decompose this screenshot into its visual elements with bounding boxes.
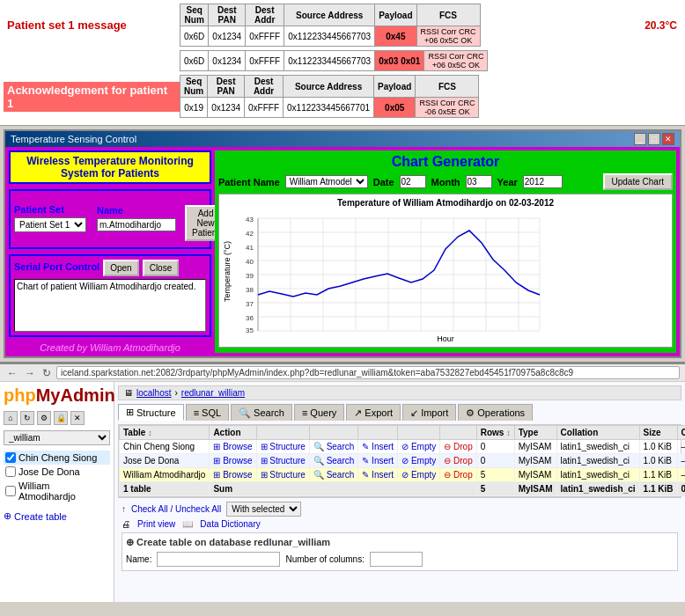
tab-export[interactable]: ↗ Export (346, 404, 401, 421)
query-icon: ≡ (302, 407, 307, 418)
data-dict-link[interactable]: Data Dictionary (200, 519, 260, 529)
row-jose-collation: latin1_swedish_ci (556, 454, 639, 468)
refresh-db-icon[interactable]: ↻ (20, 411, 34, 425)
tab-operations[interactable]: ⚙ Operations (458, 404, 533, 421)
row-jose-drop[interactable]: ⊖ Drop (440, 454, 476, 468)
table-name-input[interactable] (157, 552, 280, 567)
msg1-ext-addr: 0xFFFF (246, 51, 284, 71)
msg1-extra-row: 0x6D 0x1234 0xFFFF 0x112233445667703 0x0… (180, 50, 681, 71)
database-select[interactable]: _william (4, 430, 110, 445)
tab-sql[interactable]: ≡ SQL (186, 404, 229, 421)
row-chin-insert[interactable]: ✎ Insert (358, 440, 398, 454)
row-jose-name: Jose De Dona (120, 454, 210, 468)
row-william-name: William Atmodihardjo (120, 468, 210, 482)
import-icon: ↙ (410, 407, 418, 419)
server-link[interactable]: localhost (136, 388, 171, 398)
row-chin-drop[interactable]: ⊖ Drop (440, 440, 476, 454)
back-button[interactable]: ← (5, 367, 19, 379)
sidebar-item-william-atmodihardjo[interactable]: William Atmodihardjo (4, 479, 110, 503)
name-input[interactable] (97, 218, 176, 231)
log-box: Chart of patient William Atmodihardjo cr… (14, 279, 206, 332)
row-jose-browse[interactable]: ⊞ Browse (210, 454, 256, 468)
pma-body: phpMyAdmin ⌂ ↻ ⚙ 🔒 ✕ _william Chin Cheng… (0, 382, 685, 602)
svg-text:37: 37 (246, 300, 254, 308)
william-atmodihardjo-checkbox[interactable] (5, 486, 16, 496)
svg-text:36: 36 (246, 314, 254, 322)
exit-icon[interactable]: ✕ (70, 411, 85, 425)
year-input[interactable] (523, 175, 563, 188)
num-cols-label: Number of columns: (285, 554, 364, 564)
row-william-search[interactable]: 🔍 Search (309, 468, 357, 482)
month-input[interactable] (466, 175, 492, 188)
serial-port-section: Serial Port Control Open Close Chart of … (9, 254, 211, 337)
row-jose-size: 1.0 KiB (639, 454, 677, 468)
x-axis-label: Hour (223, 334, 668, 343)
system-title: Wireless Temperature Monitoring System f… (9, 150, 211, 184)
operations-icon: ⚙ (466, 407, 475, 419)
patient-set-select[interactable]: Patient Set 1 Patient Set 2 (14, 217, 86, 232)
jose-de-dona-checkbox[interactable] (5, 466, 16, 477)
row-jose-empty[interactable]: ⊘ Empty (398, 454, 440, 468)
tab-import[interactable]: ↙ Import (402, 404, 456, 421)
left-panel: Wireless Temperature Monitoring System f… (9, 150, 211, 353)
create-table-db-icon: ⊕ (126, 537, 134, 547)
table-row-highlight: William Atmodihardjo ⊞ Browse ⊞ Structur… (120, 468, 686, 482)
sum-collation: latin1_swedish_ci (556, 482, 639, 496)
row-chin-structure[interactable]: ⊞ Structure (256, 440, 309, 454)
row-william-browse[interactable]: ⊞ Browse (210, 468, 256, 482)
lock-icon[interactable]: 🔒 (54, 411, 68, 425)
row-chin-empty[interactable]: ⊘ Empty (398, 440, 440, 454)
sidebar-item-chin-cheng-siong[interactable]: Chin Cheng Siong (4, 451, 110, 465)
print-view-link[interactable]: Print view (137, 519, 175, 529)
ack-col-payload: Payload (374, 76, 416, 98)
update-chart-button[interactable]: Update Chart (603, 173, 673, 190)
row-jose-insert[interactable]: ✎ Insert (358, 454, 398, 468)
import-label: Import (421, 407, 448, 418)
row-jose-overhead: — (677, 454, 685, 468)
jose-de-dona-label: Jose De Dona (18, 466, 80, 477)
close-button[interactable]: ✕ (662, 133, 674, 145)
col-dest-addr: DestAddr (246, 4, 284, 26)
tab-query[interactable]: ≡ Query (294, 404, 344, 421)
name-col: Name (97, 205, 176, 231)
close-button-serial[interactable]: Close (143, 260, 180, 276)
row-jose-structure[interactable]: ⊞ Structure (256, 454, 309, 468)
open-button[interactable]: Open (103, 260, 138, 276)
row-william-insert[interactable]: ✎ Insert (358, 468, 398, 482)
row-william-drop[interactable]: ⊖ Drop (440, 468, 476, 482)
ack-col-fcs: FCS (416, 76, 479, 98)
maximize-button[interactable]: □ (648, 133, 660, 145)
minimize-button[interactable]: _ (634, 133, 646, 145)
home-icon[interactable]: ⌂ (4, 411, 18, 425)
tab-structure[interactable]: ⊞ Structure (118, 404, 184, 421)
check-all-label: ↑ (122, 504, 126, 514)
create-table-inputs-row: Name: Number of columns: (126, 552, 674, 567)
refresh-button[interactable]: ↻ (41, 367, 53, 379)
row-jose-search[interactable]: 🔍 Search (309, 454, 357, 468)
check-all-link[interactable]: Check All / Uncheck All (131, 504, 221, 514)
url-bar[interactable]: iceland.sparkstation.net:2082/3rdparty/p… (56, 366, 680, 379)
db-link[interactable]: redlunar_william (181, 388, 245, 398)
sql-icon: ≡ (194, 407, 199, 418)
ack-col-pan: DestPAN (208, 76, 245, 98)
forward-button[interactable]: → (23, 367, 37, 379)
settings-icon[interactable]: ⚙ (37, 411, 51, 425)
row-chin-search[interactable]: 🔍 Search (309, 440, 357, 454)
created-by-label: Created by William Atmodihardjo (9, 342, 211, 353)
num-columns-input[interactable] (370, 552, 423, 567)
th-rows: Rows ↕ (476, 426, 514, 440)
month-field-label: Month (431, 177, 460, 187)
create-table-sidebar[interactable]: ⊕ Create table (4, 510, 110, 522)
row-chin-browse[interactable]: ⊞ Browse (210, 440, 256, 454)
patient-name-select[interactable]: William Atmodel (285, 175, 368, 188)
date-input[interactable] (400, 175, 426, 188)
sidebar-item-jose-de-dona[interactable]: Jose De Dona (4, 465, 110, 479)
ack-message-row: Acknowledgement for patient 1 SeqNum Des… (4, 75, 681, 118)
tab-search[interactable]: 🔍 Search (231, 404, 292, 421)
row-william-structure[interactable]: ⊞ Structure (256, 468, 309, 482)
row-william-empty[interactable]: ⊘ Empty (398, 468, 440, 482)
with-selected-select[interactable]: With selected (226, 502, 301, 517)
ack-col-addr: DestAddr (245, 76, 284, 98)
chin-cheng-siong-checkbox[interactable] (5, 452, 16, 463)
patient-set-col: Patient Set Patient Set 1 Patient Set 2 (14, 204, 86, 232)
